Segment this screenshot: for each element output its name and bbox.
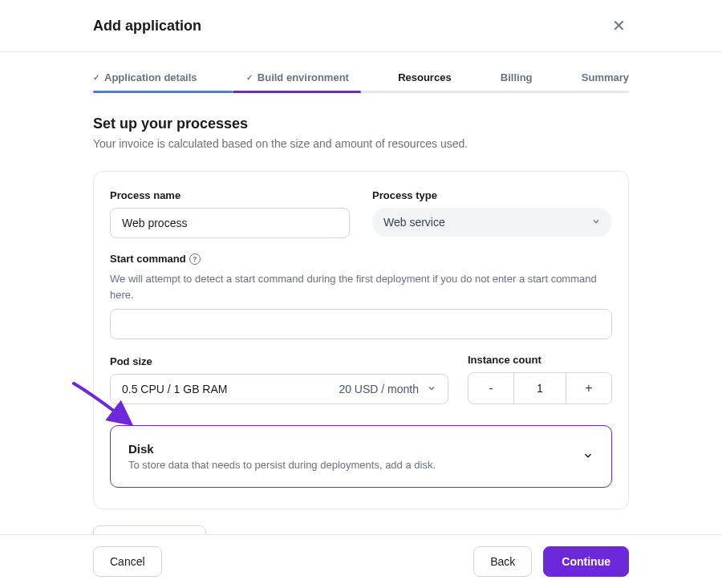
section-title: Set up your processes (93, 116, 629, 132)
start-command-label: Start command ? (110, 253, 612, 265)
footer: Cancel Back Continue (0, 534, 722, 588)
section-subtitle: Your invoice is calculated based on the … (93, 137, 629, 150)
stepper-progress-done (93, 91, 233, 93)
stepper-progress-current (233, 91, 361, 93)
decrement-button[interactable]: - (468, 373, 513, 403)
disk-title: Disk (128, 442, 436, 456)
process-name-input[interactable] (110, 208, 350, 238)
process-type-label: Process type (372, 189, 612, 201)
chevron-down-icon (582, 450, 594, 464)
pod-size-select[interactable]: 0.5 CPU / 1 GB RAM 20 USD / month (110, 374, 448, 404)
continue-button[interactable]: Continue (543, 546, 629, 577)
pod-size-price: 20 USD / month (339, 383, 419, 395)
check-icon: ✓ (93, 73, 99, 82)
back-button[interactable]: Back (473, 546, 532, 577)
step-summary[interactable]: Summary (582, 62, 629, 93)
process-name-label: Process name (110, 189, 350, 201)
disk-subtitle: To store data that needs to persist duri… (128, 459, 436, 471)
modal-title: Add application (93, 18, 201, 34)
step-label: Application details (104, 71, 197, 83)
help-icon[interactable]: ? (189, 253, 201, 265)
instance-count-stepper: - 1 + (468, 372, 612, 404)
chevron-down-icon (591, 217, 601, 229)
start-command-hint: We will attempt to detect a start comman… (110, 271, 612, 302)
stepper: ✓ Application details ✓ Build environmen… (93, 62, 629, 93)
start-command-input[interactable] (110, 309, 612, 339)
close-icon: ✕ (612, 17, 626, 34)
step-label: Billing (501, 71, 533, 83)
step-label: Summary (582, 71, 629, 83)
modal-header: Add application ✕ (0, 0, 722, 52)
step-build-environment[interactable]: ✓ Build environment (246, 62, 349, 93)
close-button[interactable]: ✕ (609, 14, 629, 37)
step-label: Build environment (258, 71, 349, 83)
chevron-down-icon (427, 383, 436, 395)
step-label: Resources (398, 71, 451, 83)
disk-panel[interactable]: Disk To store data that needs to persist… (110, 425, 612, 488)
step-resources[interactable]: Resources (398, 62, 451, 93)
pod-size-value: 0.5 CPU / 1 GB RAM (122, 383, 227, 395)
cancel-button[interactable]: Cancel (93, 546, 162, 577)
instance-count-value: 1 (513, 373, 566, 403)
process-type-select[interactable]: Web service (372, 208, 612, 237)
pod-size-label: Pod size (110, 355, 448, 367)
step-application-details[interactable]: ✓ Application details (93, 62, 197, 93)
select-value: Web service (383, 216, 445, 229)
check-icon: ✓ (246, 73, 253, 82)
process-card: Process name Process type Web service St… (93, 171, 629, 509)
increment-button[interactable]: + (566, 373, 611, 403)
instance-count-label: Instance count (468, 354, 612, 366)
step-billing[interactable]: Billing (501, 62, 533, 93)
